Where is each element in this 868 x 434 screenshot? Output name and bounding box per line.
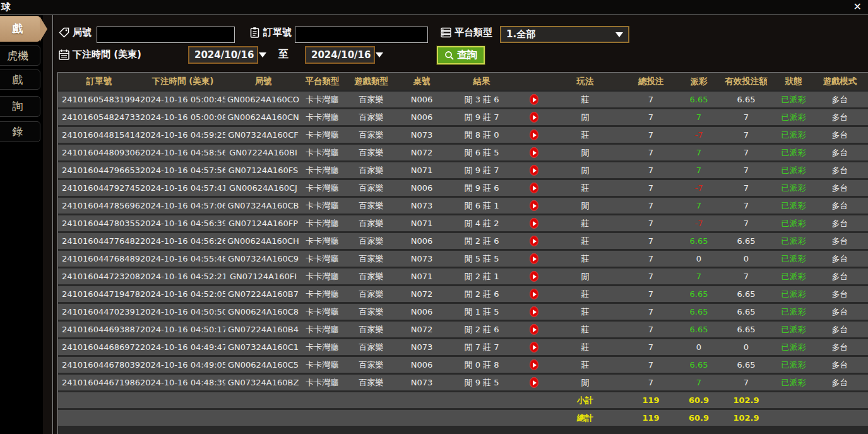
round-number-input[interactable] (97, 27, 235, 43)
play-icon[interactable] (530, 306, 538, 317)
cell-bet-time: 2024-10-16 04:49:05 (140, 360, 225, 370)
sidebar-item-query[interactable]: 詢 (0, 96, 40, 117)
play-icon[interactable] (530, 271, 538, 282)
cell-bet-time: 2024-10-16 04:59:25 (140, 130, 225, 140)
cell-round: GN07124A160FI (225, 272, 301, 281)
cell-valid-bet: 0 (717, 254, 775, 263)
cell-game-type: 百家樂 (343, 112, 399, 123)
sidebar-item-games[interactable]: 戲 (0, 69, 40, 90)
cell-platform: 卡卡灣廳 (301, 271, 343, 282)
cell-game-type: 百家樂 (343, 359, 399, 371)
cell-order: 241016044780355 (58, 219, 140, 228)
table-row: 241016044776482 2024-10-16 04:56:26 GN00… (58, 233, 868, 249)
cell-play: 莊 (549, 359, 621, 371)
cell-result: 閒 5 莊 5 (444, 253, 519, 265)
cell-platform: 卡卡灣廳 (301, 306, 343, 318)
date-from-picker[interactable]: 2024/10/16 (188, 46, 258, 64)
cell-game-type: 百家樂 (343, 130, 399, 141)
cell-platform: 卡卡灣廳 (301, 112, 343, 123)
play-icon[interactable] (530, 183, 538, 193)
cell-replay (519, 289, 549, 299)
cell-play: 莊 (549, 306, 621, 318)
play-icon[interactable] (530, 130, 538, 140)
play-icon[interactable] (530, 147, 538, 158)
cell-play: 莊 (549, 289, 621, 300)
order-number-label: 訂單號 (263, 27, 292, 39)
cell-order: 241016044702391 (58, 307, 140, 316)
play-icon[interactable] (530, 165, 538, 176)
cell-game-type: 百家樂 (343, 218, 399, 229)
chevron-down-icon (259, 52, 266, 57)
cell-bet-time: 2024-10-16 04:56:26 (140, 236, 225, 246)
cell-replay (519, 183, 549, 193)
platform-type-label-group: 平台類型 (440, 27, 492, 39)
cell-game-mode: 多台 (812, 218, 868, 229)
play-icon[interactable] (530, 377, 538, 388)
col-game-type: 遊戲類型 (343, 76, 399, 87)
order-number-input[interactable] (295, 27, 428, 43)
sidebar-item-slots[interactable]: 虎機 (0, 45, 40, 66)
cell-total-bet: 7 (621, 342, 681, 352)
cell-bet-time: 2024-10-16 04:56:39 (140, 219, 225, 228)
cell-play: 莊 (549, 253, 621, 265)
cell-platform: 卡卡灣廳 (301, 147, 343, 159)
play-icon[interactable] (530, 324, 538, 335)
bet-time-label-group: 下注時間 (美東) (58, 49, 141, 61)
cell-platform: 卡卡灣廳 (301, 183, 343, 194)
cell-play: 莊 (549, 130, 621, 141)
cell-status: 已派彩 (775, 165, 812, 176)
cell-order: 241016044776482 (58, 236, 140, 246)
cell-total-bet: 7 (621, 325, 681, 334)
cell-game-type: 百家樂 (343, 236, 399, 247)
sidebar-divider (52, 15, 53, 434)
cell-game-type: 百家樂 (343, 165, 399, 176)
table-row: 241016044768489 2024-10-16 04:55:48 GN07… (58, 251, 868, 267)
close-icon[interactable]: ✕ (853, 1, 862, 13)
play-icon[interactable] (530, 218, 538, 229)
totals-row: 小計 119 60.9 102.9 (58, 392, 868, 408)
cell-result: 閒 9 莊 7 (444, 112, 519, 123)
cell-bet-time: 2024-10-16 04:49:47 (140, 342, 225, 352)
cell-replay (519, 218, 549, 229)
cell-round: GN00624A160CN (225, 112, 301, 122)
col-round: 局號 (225, 76, 301, 87)
table-row: 241016044792745 2024-10-16 04:57:41 GN00… (58, 180, 868, 196)
col-play: 玩法 (549, 76, 621, 87)
play-icon[interactable] (530, 200, 538, 211)
cell-payout: 6.65 (681, 325, 717, 334)
cell-replay (519, 236, 549, 246)
cell-replay (519, 253, 549, 264)
cell-play: 閒 (549, 200, 621, 212)
platform-type-select[interactable]: 1.全部 (500, 26, 629, 43)
play-icon[interactable] (530, 342, 538, 353)
cell-payout: 6.65 (681, 289, 717, 299)
cell-order: 241016044719478 (58, 289, 140, 299)
play-icon[interactable] (530, 253, 538, 264)
play-icon[interactable] (530, 112, 538, 123)
table-row: 241016044785696 2024-10-16 04:57:06 GN07… (58, 198, 868, 214)
cell-total-bet: 7 (621, 254, 681, 263)
cell-replay (519, 342, 549, 353)
cell-round: GN07224A160BI (225, 148, 301, 157)
search-button[interactable]: 查詢 (437, 46, 485, 64)
play-icon[interactable] (530, 236, 538, 246)
order-number-label-group: 訂單號 (249, 27, 292, 39)
table-row: 241016054824733 2024-10-16 05:00:08 GN00… (58, 109, 868, 125)
cell-round: GN00624A160CJ (225, 183, 301, 193)
records-table-body: 241016054831994 2024-10-16 05:00:45 GN00… (58, 92, 868, 426)
play-icon[interactable] (530, 359, 538, 370)
cell-game-type: 百家樂 (343, 147, 399, 159)
cell-order: 241016044678039 (58, 360, 140, 370)
play-icon[interactable] (530, 94, 538, 105)
cell-round: GN07324A160CF (225, 130, 301, 140)
cell-platform: 卡卡灣廳 (301, 165, 343, 176)
date-to-picker[interactable]: 2024/10/16 (305, 46, 375, 64)
sidebar-item-records[interactable]: 錄 (0, 121, 40, 142)
cell-payout: 7 (681, 272, 717, 281)
sidebar-item-games-active[interactable]: 戲 (0, 16, 40, 42)
table-row: 241016044796653 2024-10-16 04:57:56 GN07… (58, 162, 868, 178)
cell-bet-time: 2024-10-16 04:55:48 (140, 254, 225, 263)
cell-total-bet: 7 (621, 130, 681, 140)
cell-table-no: N073 (399, 130, 444, 140)
play-icon[interactable] (530, 289, 538, 299)
